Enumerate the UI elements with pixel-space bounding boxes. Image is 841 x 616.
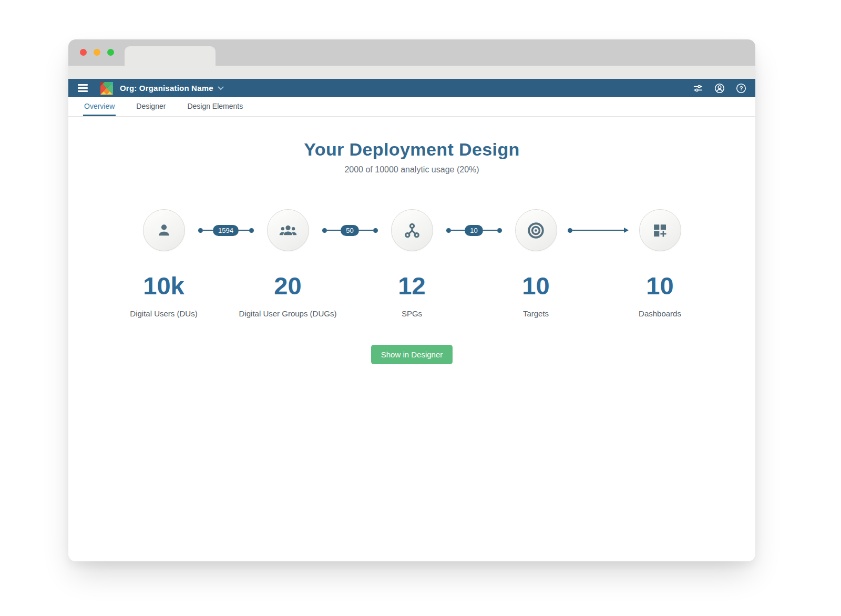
dashboard-add-icon (651, 221, 669, 240)
stat-value: 10k (98, 271, 230, 300)
header-actions: ? (692, 83, 747, 94)
connector-line (327, 230, 341, 231)
tab-designer[interactable]: Designer (135, 97, 167, 116)
stat-label: Digital User Groups (DUGs) (222, 309, 354, 318)
connector-dus-dugs: 1594 (185, 209, 267, 251)
flow-node-dashboards: 10 Dashboards (639, 209, 681, 318)
deployment-flow: 10k Digital Users (DUs) 1594 (68, 209, 755, 318)
connector-dot (497, 228, 502, 233)
tab-design-elements[interactable]: Design Elements (186, 97, 244, 116)
target-icon (526, 221, 546, 240)
traffic-lights (80, 49, 114, 56)
connector-badge: 50 (341, 225, 358, 236)
stat-value: 10 (594, 271, 726, 300)
stat-value: 10 (470, 271, 602, 300)
flow-node-spgs: 12 SPGs (391, 209, 433, 318)
connector-spgs-targets: 10 (433, 209, 515, 251)
flow-node-targets: 10 Targets (515, 209, 557, 318)
show-in-designer-button[interactable]: Show in Designer (371, 345, 453, 364)
stat-spgs: 12 SPGs (346, 271, 478, 318)
connector-line (572, 230, 624, 231)
stat-targets: 10 Targets (470, 271, 602, 318)
browser-toolbar-strip (68, 66, 755, 79)
app-header: Org: Organisation Name (68, 79, 755, 97)
connector-targets-dashboards (557, 209, 639, 251)
connector-dot (322, 228, 327, 233)
user-circle-icon (714, 83, 725, 94)
menu-button[interactable] (77, 83, 89, 93)
connector-line (483, 230, 497, 231)
flow-circle (391, 209, 433, 251)
connector-badge: 10 (465, 225, 483, 236)
svg-text:?: ? (740, 85, 743, 91)
flow-circle (639, 209, 681, 251)
stat-dashboards: 10 Dashboards (594, 271, 726, 318)
browser-window: Org: Organisation Name (68, 39, 755, 561)
help-icon: ? (735, 83, 747, 94)
share-network-icon (403, 221, 422, 240)
flow-circle (515, 209, 557, 251)
users-group-icon (278, 220, 298, 240)
org-selector[interactable]: Org: Organisation Name (120, 84, 224, 93)
flow-node-digital-user-groups: 20 Digital User Groups (DUGs) (267, 209, 309, 318)
stat-label: SPGs (346, 309, 478, 318)
stat-value: 20 (222, 271, 354, 300)
connector-dot (198, 228, 203, 233)
connector-line (239, 230, 249, 231)
flow-circle (267, 209, 309, 251)
stat-label: Targets (470, 309, 602, 318)
stat-label: Digital Users (DUs) (98, 309, 230, 318)
user-icon (155, 221, 173, 240)
flow-circle (143, 209, 185, 251)
page-title: Your Deployment Design (68, 139, 755, 160)
settings-button[interactable] (692, 83, 704, 94)
stat-digital-users: 10k Digital Users (DUs) (98, 271, 230, 318)
stat-label: Dashboards (594, 309, 726, 318)
connector-badge: 1594 (213, 225, 239, 236)
connector-line (203, 230, 213, 231)
org-label: Org: Organisation Name (120, 84, 213, 93)
tab-overview[interactable]: Overview (83, 97, 116, 116)
connector-dugs-spgs: 50 (309, 209, 391, 251)
stat-value: 12 (346, 271, 478, 300)
flow-node-digital-users: 10k Digital Users (DUs) (143, 209, 185, 318)
connector-dot (446, 228, 451, 233)
arrowhead-icon (624, 228, 629, 233)
main-content: Your Deployment Design 2000 of 10000 ana… (68, 139, 755, 364)
window-zoom-button[interactable] (107, 49, 114, 56)
connector-line (359, 230, 373, 231)
account-button[interactable] (714, 83, 725, 94)
window-close-button[interactable] (80, 49, 87, 56)
stat-digital-user-groups: 20 Digital User Groups (DUGs) (222, 271, 354, 318)
chevron-down-icon (218, 86, 224, 90)
tab-nav: Overview Designer Design Elements (68, 97, 755, 117)
sliders-icon (692, 83, 704, 94)
app-logo (100, 82, 113, 95)
browser-tab[interactable] (125, 46, 216, 66)
kaleidoscope-logo-icon (100, 82, 113, 95)
browser-titlebar (68, 39, 755, 66)
page-subtitle: 2000 of 10000 analytic usage (20%) (68, 165, 755, 174)
connector-dot (568, 228, 572, 233)
connector-line (451, 230, 465, 231)
help-button[interactable]: ? (735, 83, 747, 94)
connector-dot (249, 228, 254, 233)
connector-dot (373, 228, 378, 233)
window-minimize-button[interactable] (94, 49, 100, 56)
